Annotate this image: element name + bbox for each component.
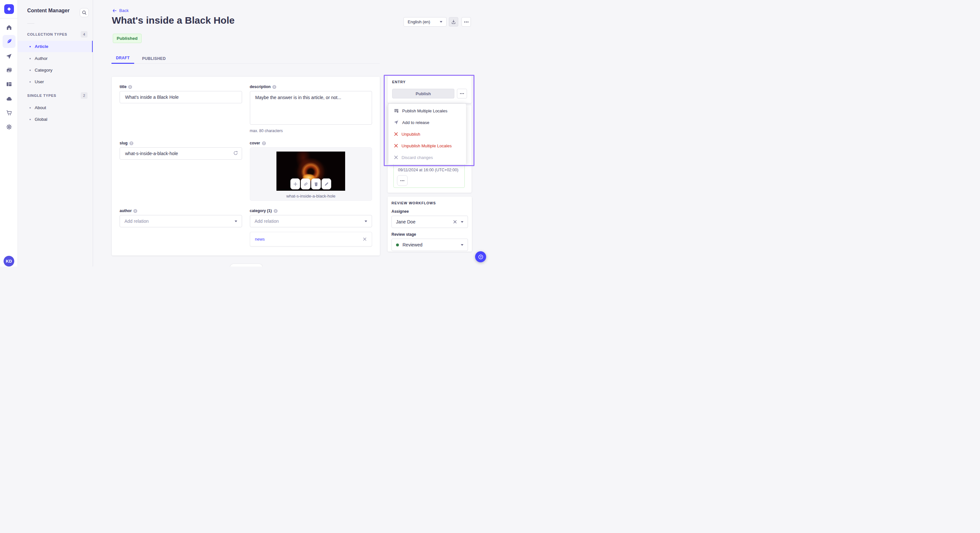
chevron-down-icon	[235, 220, 237, 222]
remove-relation-icon[interactable]	[363, 237, 367, 241]
marketplace-cart-icon[interactable]	[3, 106, 16, 119]
review-stage-select[interactable]: Reviewed	[391, 239, 468, 251]
sidebar-item-about[interactable]: About	[18, 102, 93, 113]
version-tabs: DRAFT PUBLISHED	[111, 53, 380, 64]
cover-filename: what-s-inside-a-black-hole	[250, 194, 372, 198]
menu-item-discard-changes[interactable]: Discard changes	[388, 152, 466, 163]
sidebar-item-label: Article	[35, 44, 48, 49]
cloud-icon[interactable]	[3, 92, 16, 105]
category-relation-select[interactable]: Add relation	[250, 215, 372, 227]
sidebar-item-global[interactable]: Global	[18, 114, 93, 125]
locale-select[interactable]: English (en)	[404, 17, 447, 27]
single-types-header: SINGLE TYPES 2	[27, 92, 88, 99]
main-nav-rail: KD	[0, 0, 18, 266]
category-relation-item: news	[250, 232, 372, 246]
media-library-icon[interactable]	[3, 64, 16, 77]
release-more-button[interactable]	[397, 175, 408, 186]
home-icon[interactable]	[3, 21, 16, 34]
sidebar-item-user[interactable]: User	[18, 76, 93, 87]
tab-published[interactable]: PUBLISHED	[139, 53, 169, 64]
header-more-button[interactable]	[461, 17, 471, 27]
bullet-icon	[30, 70, 31, 71]
sidebar-item-label: Category	[35, 68, 52, 73]
page-title: What's inside a Black Hole	[112, 15, 235, 26]
section-label: SINGLE TYPES	[27, 94, 56, 97]
cover-actions-toolbar	[290, 178, 331, 189]
menu-item-label: Discard changes	[401, 155, 433, 160]
globe-icon	[133, 209, 137, 213]
entry-more-button[interactable]	[457, 89, 467, 98]
description-textarea[interactable]: Maybe the answer is in this article, or …	[250, 91, 372, 125]
download-icon	[451, 19, 456, 24]
help-button[interactable]: ?	[475, 251, 486, 262]
description-field-label: description	[250, 84, 372, 89]
copy-link-button[interactable]	[301, 178, 310, 189]
globe-icon	[272, 85, 277, 89]
plus-icon	[293, 182, 298, 187]
content-type-builder-icon[interactable]	[3, 78, 16, 90]
subnav-title: Content Manager	[27, 8, 70, 14]
tab-draft[interactable]: DRAFT	[111, 53, 134, 64]
globe-icon	[129, 141, 134, 145]
send-icon	[394, 120, 399, 125]
bullet-icon	[30, 46, 31, 47]
svg-text:?: ?	[480, 255, 482, 259]
trash-icon	[314, 182, 318, 187]
sidebar-item-label: Author	[35, 56, 48, 61]
pencil-icon	[324, 182, 329, 187]
field-label-text: author	[119, 209, 132, 213]
edit-media-button[interactable]	[321, 178, 331, 189]
regenerate-slug-icon[interactable]	[233, 151, 238, 156]
back-label: Back	[119, 8, 129, 13]
search-icon	[82, 10, 86, 15]
floating-widget-partial[interactable]	[230, 264, 262, 266]
title-input[interactable]	[119, 91, 242, 103]
menu-item-add-to-release[interactable]: Add to release	[388, 117, 466, 128]
author-field-label: author	[119, 209, 242, 213]
section-label: COLLECTION TYPES	[27, 32, 67, 36]
menu-item-publish-multiple-locales[interactable]: Publish Multiple Locales	[388, 105, 466, 117]
link-icon	[303, 182, 308, 187]
user-avatar[interactable]: KD	[3, 256, 14, 266]
author-relation-select[interactable]: Add relation	[119, 215, 242, 227]
search-button[interactable]	[80, 8, 89, 17]
globe-icon	[274, 209, 278, 213]
assignee-select[interactable]: Jane Doe	[391, 216, 468, 228]
release-date: 09/11/2024 at 16:00 (UTC+02:00)	[398, 168, 458, 172]
content-manager-subnav: Content Manager COLLECTION TYPES 4 Artic…	[18, 0, 93, 266]
strapi-logo-icon[interactable]	[4, 4, 14, 14]
bullet-icon	[30, 81, 31, 82]
ellipsis-icon	[400, 180, 404, 181]
back-link[interactable]: Back	[112, 8, 129, 13]
slug-input[interactable]	[119, 148, 242, 160]
sidebar-item-label: User	[35, 79, 44, 84]
menu-item-unpublish-multiple-locales[interactable]: Unpublish Multiple Locales	[388, 140, 466, 152]
content-manager-icon[interactable]	[3, 35, 16, 48]
menu-item-label: Unpublish Multiple Locales	[401, 143, 452, 148]
field-label-text: category (1)	[250, 209, 272, 213]
cover-field-label: cover	[250, 141, 372, 145]
add-media-button[interactable]	[290, 178, 300, 189]
entry-panel: ENTRY Publish	[388, 75, 471, 103]
publish-button[interactable]: Publish	[392, 89, 454, 98]
menu-item-unpublish[interactable]: Unpublish	[388, 128, 466, 140]
field-label-text: description	[250, 84, 271, 89]
field-label-text: slug	[119, 141, 128, 145]
clear-assignee-icon[interactable]	[453, 220, 457, 224]
entry-actions-menu: Publish Multiple Locales Add to release …	[388, 104, 466, 165]
review-panel-heading: REVIEW WORKFLOWS	[391, 201, 468, 205]
relation-link[interactable]: news	[255, 237, 265, 241]
bullet-icon	[30, 107, 31, 108]
assignee-label: Assignee	[391, 209, 468, 214]
sidebar-item-category[interactable]: Category	[18, 65, 93, 76]
delete-media-button[interactable]	[311, 178, 321, 189]
sidebar-item-article[interactable]: Article	[18, 41, 93, 52]
bullet-icon	[30, 58, 31, 59]
releases-icon[interactable]	[3, 50, 16, 63]
field-label-text: cover	[250, 141, 260, 145]
export-download-button[interactable]	[449, 17, 458, 27]
sidebar-item-author[interactable]: Author	[18, 53, 93, 64]
stage-status-dot	[396, 244, 399, 246]
field-label-text: title	[119, 84, 126, 89]
settings-gear-icon[interactable]	[3, 121, 16, 133]
